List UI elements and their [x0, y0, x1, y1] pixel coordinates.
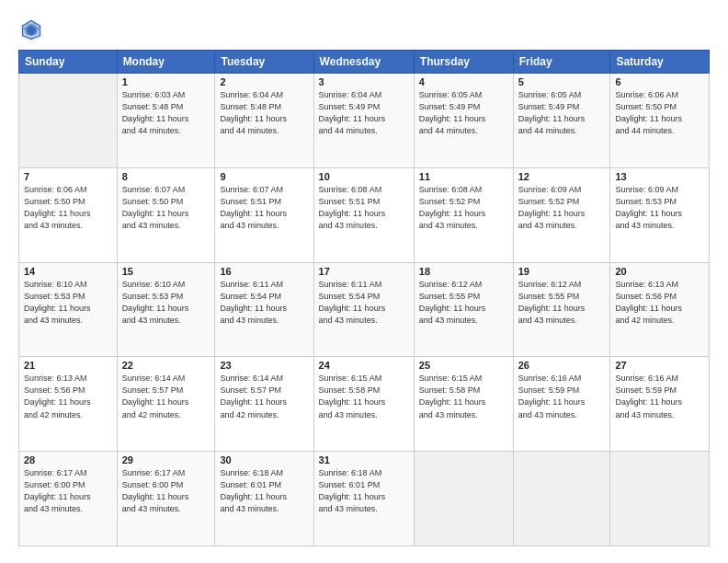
- day-info: Sunrise: 6:04 AM Sunset: 5:48 PM Dayligh…: [220, 89, 308, 137]
- calendar-cell: 10Sunrise: 6:08 AM Sunset: 5:51 PM Dayli…: [313, 167, 414, 262]
- calendar-header-tuesday: Tuesday: [215, 51, 313, 74]
- calendar-header-monday: Monday: [117, 51, 215, 74]
- calendar-header-saturday: Saturday: [610, 51, 710, 74]
- page: SundayMondayTuesdayWednesdayThursdayFrid…: [0, 0, 728, 563]
- logo: [18, 17, 48, 42]
- day-info: Sunrise: 6:12 AM Sunset: 5:55 PM Dayligh…: [419, 279, 508, 327]
- day-number: 14: [24, 266, 112, 277]
- day-number: 30: [220, 454, 308, 465]
- day-number: 7: [24, 171, 112, 182]
- day-info: Sunrise: 6:17 AM Sunset: 6:00 PM Dayligh…: [24, 467, 112, 515]
- day-info: Sunrise: 6:13 AM Sunset: 5:56 PM Dayligh…: [615, 279, 704, 327]
- calendar-cell: [513, 452, 610, 546]
- calendar-cell: 7Sunrise: 6:06 AM Sunset: 5:50 PM Daylig…: [19, 167, 118, 262]
- day-number: 29: [122, 454, 210, 465]
- calendar-cell: 30Sunrise: 6:18 AM Sunset: 6:01 PM Dayli…: [215, 452, 313, 546]
- day-info: Sunrise: 6:16 AM Sunset: 5:59 PM Dayligh…: [615, 373, 704, 420]
- day-number: 8: [122, 171, 210, 182]
- calendar-cell: 20Sunrise: 6:13 AM Sunset: 5:56 PM Dayli…: [610, 262, 710, 357]
- calendar-cell: 2Sunrise: 6:04 AM Sunset: 5:48 PM Daylig…: [215, 74, 313, 168]
- day-info: Sunrise: 6:07 AM Sunset: 5:51 PM Dayligh…: [220, 184, 308, 232]
- day-info: Sunrise: 6:09 AM Sunset: 5:52 PM Dayligh…: [518, 184, 606, 232]
- day-info: Sunrise: 6:05 AM Sunset: 5:49 PM Dayligh…: [518, 89, 606, 137]
- calendar-cell: 18Sunrise: 6:12 AM Sunset: 5:55 PM Dayli…: [414, 262, 513, 357]
- day-info: Sunrise: 6:08 AM Sunset: 5:51 PM Dayligh…: [319, 184, 409, 232]
- calendar-cell: 26Sunrise: 6:16 AM Sunset: 5:59 PM Dayli…: [513, 357, 610, 452]
- calendar-cell: 4Sunrise: 6:05 AM Sunset: 5:49 PM Daylig…: [414, 74, 513, 168]
- day-number: 9: [220, 171, 308, 182]
- day-number: 10: [319, 171, 409, 182]
- day-info: Sunrise: 6:08 AM Sunset: 5:52 PM Dayligh…: [419, 184, 508, 232]
- day-number: 27: [615, 360, 704, 371]
- day-info: Sunrise: 6:04 AM Sunset: 5:49 PM Dayligh…: [319, 89, 409, 137]
- day-info: Sunrise: 6:11 AM Sunset: 5:54 PM Dayligh…: [220, 279, 308, 327]
- calendar-cell: 25Sunrise: 6:15 AM Sunset: 5:58 PM Dayli…: [414, 357, 513, 452]
- calendar-cell: 23Sunrise: 6:14 AM Sunset: 5:57 PM Dayli…: [215, 357, 313, 452]
- day-info: Sunrise: 6:07 AM Sunset: 5:50 PM Dayligh…: [122, 184, 210, 232]
- logo-icon: [18, 17, 44, 42]
- day-number: 25: [419, 360, 508, 371]
- calendar-cell: 17Sunrise: 6:11 AM Sunset: 5:54 PM Dayli…: [313, 262, 414, 357]
- day-number: 26: [518, 360, 606, 371]
- calendar-cell: 1Sunrise: 6:03 AM Sunset: 5:48 PM Daylig…: [117, 74, 215, 168]
- day-number: 31: [319, 454, 409, 465]
- calendar-cell: 29Sunrise: 6:17 AM Sunset: 6:00 PM Dayli…: [117, 452, 215, 546]
- calendar-week-5: 28Sunrise: 6:17 AM Sunset: 6:00 PM Dayli…: [19, 452, 710, 546]
- day-info: Sunrise: 6:18 AM Sunset: 6:01 PM Dayligh…: [220, 467, 308, 515]
- day-number: 3: [319, 76, 409, 87]
- calendar-header-wednesday: Wednesday: [313, 51, 414, 74]
- day-info: Sunrise: 6:10 AM Sunset: 5:53 PM Dayligh…: [24, 279, 112, 327]
- day-number: 20: [615, 266, 704, 277]
- day-number: 4: [419, 76, 508, 87]
- calendar-cell: 6Sunrise: 6:06 AM Sunset: 5:50 PM Daylig…: [610, 74, 710, 168]
- day-number: 16: [220, 266, 308, 277]
- calendar-cell: [414, 452, 513, 546]
- day-number: 19: [518, 266, 606, 277]
- day-info: Sunrise: 6:10 AM Sunset: 5:53 PM Dayligh…: [122, 279, 210, 327]
- day-info: Sunrise: 6:14 AM Sunset: 5:57 PM Dayligh…: [220, 373, 308, 420]
- calendar-cell: 27Sunrise: 6:16 AM Sunset: 5:59 PM Dayli…: [610, 357, 710, 452]
- calendar-week-1: 1Sunrise: 6:03 AM Sunset: 5:48 PM Daylig…: [19, 74, 710, 168]
- day-info: Sunrise: 6:15 AM Sunset: 5:58 PM Dayligh…: [419, 373, 508, 420]
- calendar-cell: 5Sunrise: 6:05 AM Sunset: 5:49 PM Daylig…: [513, 74, 610, 168]
- day-info: Sunrise: 6:16 AM Sunset: 5:59 PM Dayligh…: [518, 373, 606, 420]
- calendar-cell: 9Sunrise: 6:07 AM Sunset: 5:51 PM Daylig…: [215, 167, 313, 262]
- calendar-cell: 15Sunrise: 6:10 AM Sunset: 5:53 PM Dayli…: [117, 262, 215, 357]
- calendar-cell: 8Sunrise: 6:07 AM Sunset: 5:50 PM Daylig…: [117, 167, 215, 262]
- calendar-table: SundayMondayTuesdayWednesdayThursdayFrid…: [18, 50, 710, 546]
- day-info: Sunrise: 6:13 AM Sunset: 5:56 PM Dayligh…: [24, 373, 112, 420]
- day-info: Sunrise: 6:12 AM Sunset: 5:55 PM Dayligh…: [518, 279, 606, 327]
- day-info: Sunrise: 6:09 AM Sunset: 5:53 PM Dayligh…: [615, 184, 704, 232]
- day-number: 18: [419, 266, 508, 277]
- calendar-week-3: 14Sunrise: 6:10 AM Sunset: 5:53 PM Dayli…: [19, 262, 710, 357]
- day-number: 23: [220, 360, 308, 371]
- calendar-header-thursday: Thursday: [414, 51, 513, 74]
- day-number: 1: [122, 76, 210, 87]
- calendar-cell: 3Sunrise: 6:04 AM Sunset: 5:49 PM Daylig…: [313, 74, 414, 168]
- day-info: Sunrise: 6:15 AM Sunset: 5:58 PM Dayligh…: [319, 373, 409, 420]
- calendar-cell: 12Sunrise: 6:09 AM Sunset: 5:52 PM Dayli…: [513, 167, 610, 262]
- day-number: 15: [122, 266, 210, 277]
- header: [18, 17, 710, 42]
- calendar-week-2: 7Sunrise: 6:06 AM Sunset: 5:50 PM Daylig…: [19, 167, 710, 262]
- calendar-cell: 19Sunrise: 6:12 AM Sunset: 5:55 PM Dayli…: [513, 262, 610, 357]
- calendar-cell: 24Sunrise: 6:15 AM Sunset: 5:58 PM Dayli…: [313, 357, 414, 452]
- calendar-cell: 28Sunrise: 6:17 AM Sunset: 6:00 PM Dayli…: [19, 452, 118, 546]
- day-info: Sunrise: 6:05 AM Sunset: 5:49 PM Dayligh…: [419, 89, 508, 137]
- day-number: 24: [319, 360, 409, 371]
- calendar-week-4: 21Sunrise: 6:13 AM Sunset: 5:56 PM Dayli…: [19, 357, 710, 452]
- day-number: 2: [220, 76, 308, 87]
- calendar-cell: 14Sunrise: 6:10 AM Sunset: 5:53 PM Dayli…: [19, 262, 118, 357]
- calendar-header-sunday: Sunday: [19, 51, 118, 74]
- day-info: Sunrise: 6:06 AM Sunset: 5:50 PM Dayligh…: [615, 89, 704, 137]
- day-info: Sunrise: 6:18 AM Sunset: 6:01 PM Dayligh…: [319, 467, 409, 515]
- calendar-cell: 31Sunrise: 6:18 AM Sunset: 6:01 PM Dayli…: [313, 452, 414, 546]
- calendar-cell: [610, 452, 710, 546]
- day-number: 12: [518, 171, 606, 182]
- day-info: Sunrise: 6:03 AM Sunset: 5:48 PM Dayligh…: [122, 89, 210, 137]
- day-info: Sunrise: 6:11 AM Sunset: 5:54 PM Dayligh…: [319, 279, 409, 327]
- calendar-cell: 11Sunrise: 6:08 AM Sunset: 5:52 PM Dayli…: [414, 167, 513, 262]
- day-info: Sunrise: 6:14 AM Sunset: 5:57 PM Dayligh…: [122, 373, 210, 420]
- day-number: 21: [24, 360, 112, 371]
- calendar-cell: [19, 74, 118, 168]
